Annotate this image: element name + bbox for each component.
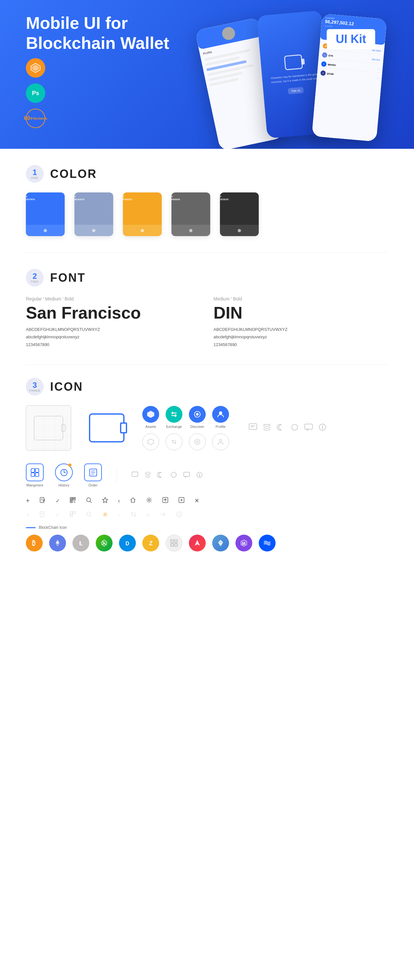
nav-icons-row-colored: Assets Exchange <box>142 406 229 428</box>
exchange-icon[interactable] <box>166 406 182 423</box>
svg-line-65 <box>90 515 92 517</box>
svg-marker-84 <box>218 540 223 546</box>
svg-rect-36 <box>184 472 189 476</box>
icon-showcase-row: Assets Exchange <box>26 405 388 450</box>
svg-rect-61 <box>70 512 72 514</box>
share-icon <box>130 497 136 504</box>
crypto-icons-row: ₿ Ł D <box>26 535 388 552</box>
close-icon: ✕ <box>194 497 199 504</box>
vertical-divider <box>116 467 117 484</box>
doc-outline-icon <box>40 511 46 519</box>
font-number-circle: 2 TWO <box>26 269 44 286</box>
svg-text:Ł: Ł <box>79 540 83 547</box>
icon-title: ICON <box>50 380 83 394</box>
upload-icon <box>162 497 169 504</box>
color-number-circle: 1 ONE <box>26 165 44 183</box>
expand-icon <box>178 497 185 504</box>
swatch-gray-blue: # 8DA0C8 <box>75 192 113 236</box>
svg-text:M: M <box>242 541 245 546</box>
small-sep-icons <box>131 471 203 480</box>
hero-section: Mobile UI for Blockchain Wallet UI Kit P… <box>0 0 414 149</box>
chat-icon <box>248 422 258 434</box>
search-icon <box>86 497 92 504</box>
info2-icon <box>196 471 203 480</box>
wallet-blue-icon <box>89 414 124 442</box>
svg-point-20 <box>292 424 298 430</box>
star-active-icon <box>102 511 108 519</box>
svg-rect-46 <box>71 498 72 499</box>
svg-point-39 <box>199 473 200 474</box>
qr-icon <box>70 497 76 504</box>
svg-point-69 <box>179 513 180 514</box>
svg-line-53 <box>90 501 92 503</box>
svg-point-14 <box>196 441 198 443</box>
font-title: FONT <box>50 271 86 285</box>
screens-badge: 60+ Screens <box>26 109 45 128</box>
info-outline-icon <box>176 511 182 519</box>
svg-rect-26 <box>35 469 39 472</box>
font2-nums: 1234567890 <box>213 341 388 348</box>
profile-icon[interactable] <box>212 406 229 423</box>
order-icon[interactable] <box>84 463 102 481</box>
font-grid: Regular ' Medium ' Bold San Francisco AB… <box>26 296 388 348</box>
svg-marker-71 <box>56 540 59 544</box>
svg-rect-21 <box>305 424 312 429</box>
svg-marker-54 <box>102 498 108 503</box>
wallet-blue-icon-container <box>84 405 129 450</box>
svg-rect-34 <box>132 472 138 476</box>
font-section-header: 2 TWO FONT <box>26 269 388 286</box>
history-icon[interactable] <box>55 463 73 481</box>
assets-icon[interactable] <box>142 406 159 423</box>
font-block-sf: Regular ' Medium ' Bold San Francisco AB… <box>26 296 201 348</box>
zcash-icon: Z <box>142 535 159 552</box>
exchange-outline-icon <box>166 433 182 450</box>
svg-text:Z: Z <box>149 540 153 547</box>
svg-line-50 <box>75 500 75 501</box>
assets-outline-icon <box>142 433 159 450</box>
iota-icon <box>166 535 182 552</box>
management-icon[interactable] <box>26 463 44 481</box>
double-arrow-icon <box>130 511 136 519</box>
hero-title: Mobile UI for Blockchain Wallet <box>26 13 181 53</box>
icon-number-circle: 3 THREE <box>26 378 44 396</box>
font-section: 2 TWO FONT Regular ' Medium ' Bold San F… <box>0 253 414 364</box>
svg-marker-12 <box>148 439 154 445</box>
exchange-icon-item: Exchange <box>166 406 182 428</box>
check-outline-icon: ✓ <box>56 512 60 518</box>
swatch-blue: # 3574FA <box>26 192 65 236</box>
font1-nums: 1234567890 <box>26 341 201 348</box>
assets-icon-item: Assets <box>142 406 159 428</box>
crescent2-icon <box>157 471 164 480</box>
svg-marker-66 <box>102 512 108 517</box>
x-outline-icon: ✕ <box>146 512 150 518</box>
arrow-right-icon <box>160 511 166 519</box>
check-icon: ✓ <box>56 498 60 504</box>
sketch-badge <box>26 58 45 78</box>
font2-lower: abcdefghijklmnopqrstuvwxyz <box>213 333 388 340</box>
swatch-orange: # F5A623 <box>123 192 162 236</box>
phones-area: Profile Character may be manifested in t… <box>188 6 414 149</box>
chevron-left-icon: ‹ <box>118 498 120 504</box>
rect-icon <box>131 471 139 480</box>
font2-name: DIN <box>213 303 388 323</box>
svg-point-11 <box>219 411 222 415</box>
chat2-icon <box>183 471 190 480</box>
document-edit-icon <box>40 497 46 504</box>
font1-upper: ABCDEFGHIJKLMNOPQRSTUVWXYZ <box>26 326 201 333</box>
svg-rect-28 <box>35 473 39 476</box>
blockchain-label-row: BlockChain Icon <box>26 525 388 530</box>
small-icons-row-light: + ✓ ‹ <box>26 511 388 519</box>
discover-icon-item: Discover <box>189 406 206 428</box>
ps-badge: Ps <box>26 83 45 103</box>
color-title: COLOR <box>50 167 97 181</box>
blockchain-label: BlockChain Icon <box>39 525 67 530</box>
svg-rect-62 <box>73 512 75 514</box>
svg-rect-80 <box>175 540 177 542</box>
qr-outline-icon <box>70 511 76 519</box>
discover-icon[interactable] <box>189 406 206 423</box>
svg-rect-16 <box>249 424 257 430</box>
message-icon <box>304 423 313 433</box>
svg-rect-48 <box>71 501 72 502</box>
font1-label: Regular ' Medium ' Bold <box>26 296 201 301</box>
svg-text:₿: ₿ <box>32 539 35 547</box>
